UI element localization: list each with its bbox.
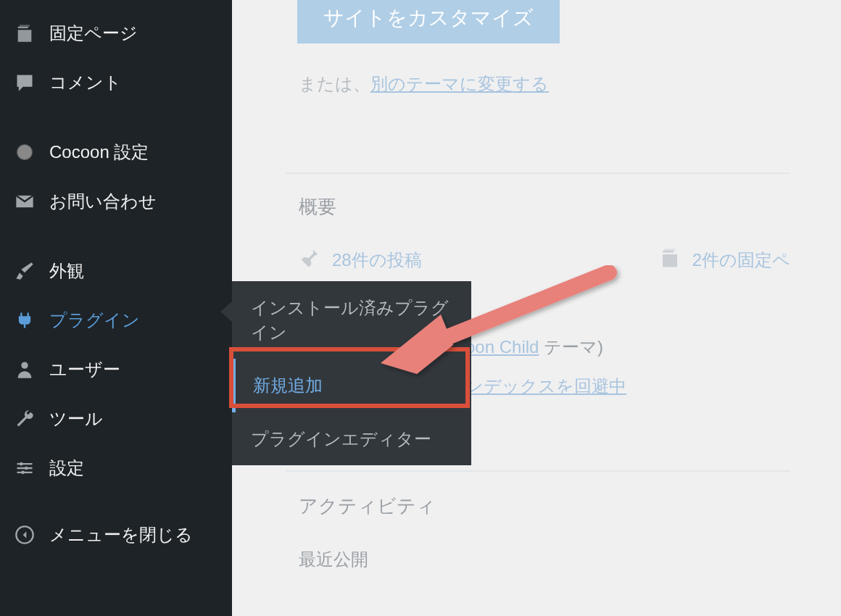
- wrench-icon: [14, 409, 41, 429]
- plug-icon: [14, 310, 41, 330]
- sidebar-item-label: ツール: [49, 407, 103, 430]
- sidebar-item-plugins[interactable]: プラグイン: [0, 296, 232, 345]
- sidebar-item-label: 外観: [49, 259, 84, 283]
- pages-count-link[interactable]: 2件の固定ペ: [659, 247, 790, 273]
- svg-point-2: [20, 462, 23, 466]
- overview-header: 概要: [286, 172, 790, 220]
- sidebar-item-label: 固定ページ: [49, 22, 138, 45]
- pages-count-text: 2件の固定ペ: [692, 249, 790, 272]
- collapse-icon: [14, 525, 41, 545]
- submenu-add-new[interactable]: 新規追加: [232, 359, 471, 412]
- admin-sidebar: 固定ページ コメント Cocoon 設定 お問い合わせ 外観 プラグイン: [0, 0, 232, 616]
- pages-icon: [14, 23, 41, 43]
- svg-point-0: [17, 145, 33, 160]
- sidebar-item-users[interactable]: ユーザー: [0, 345, 232, 394]
- sidebar-item-label: プラグイン: [49, 309, 140, 332]
- sidebar-item-comments[interactable]: コメント: [0, 58, 232, 107]
- activity-header: アクティビティ: [286, 470, 790, 519]
- sidebar-item-label: お問い合わせ: [49, 190, 157, 213]
- theme-suffix: テーマ): [539, 337, 603, 357]
- pages-icon: [659, 247, 681, 273]
- sidebar-item-label: ユーザー: [49, 358, 120, 381]
- sidebar-item-label: 設定: [49, 457, 84, 480]
- sidebar-item-tools[interactable]: ツール: [0, 394, 232, 444]
- envelope-icon: [14, 191, 41, 212]
- comments-icon: [14, 72, 41, 93]
- brush-icon: [14, 261, 41, 281]
- overview-row: 28件の投稿 2件の固定ペ: [286, 247, 790, 273]
- sidebar-item-settings[interactable]: 設定: [0, 444, 232, 493]
- change-theme-link[interactable]: 別のテーマに変更する: [370, 74, 549, 93]
- sidebar-item-pages[interactable]: 固定ページ: [0, 9, 232, 58]
- or-prefix: または、: [299, 74, 370, 93]
- or-change-theme-text: または、別のテーマに変更する: [299, 72, 790, 96]
- theme-name-link[interactable]: oon Child: [465, 337, 539, 357]
- sidebar-item-collapse[interactable]: メニューを閉じる: [0, 510, 232, 559]
- sidebar-item-label: Cocoon 設定: [49, 141, 149, 164]
- sidebar-item-contact[interactable]: お問い合わせ: [0, 177, 232, 226]
- plugins-submenu: インストール済みプラグイン 新規追加 プラグインエディター: [232, 281, 471, 465]
- svg-point-4: [21, 471, 25, 475]
- sliders-icon: [14, 458, 41, 478]
- svg-point-3: [25, 467, 28, 470]
- user-icon: [14, 359, 41, 380]
- sidebar-item-cocoon[interactable]: Cocoon 設定: [0, 128, 232, 177]
- customize-site-button[interactable]: サイトをカスタマイズ: [297, 0, 560, 43]
- svg-point-1: [21, 362, 28, 369]
- recent-published-label: 最近公開: [286, 548, 790, 571]
- cocoon-icon: [14, 142, 41, 162]
- pin-icon: [299, 247, 320, 273]
- submenu-installed-plugins[interactable]: インストール済みプラグイン: [232, 281, 471, 359]
- sidebar-item-label: メニューを閉じる: [49, 523, 193, 546]
- submenu-plugin-editor[interactable]: プラグインエディター: [232, 412, 471, 466]
- sidebar-item-label: コメント: [49, 71, 122, 94]
- sidebar-item-appearance[interactable]: 外観: [0, 246, 232, 296]
- posts-count-link[interactable]: 28件の投稿: [299, 247, 422, 273]
- index-avoid-link[interactable]: ンデックスを回避中: [465, 376, 626, 396]
- posts-count-text: 28件の投稿: [332, 249, 422, 272]
